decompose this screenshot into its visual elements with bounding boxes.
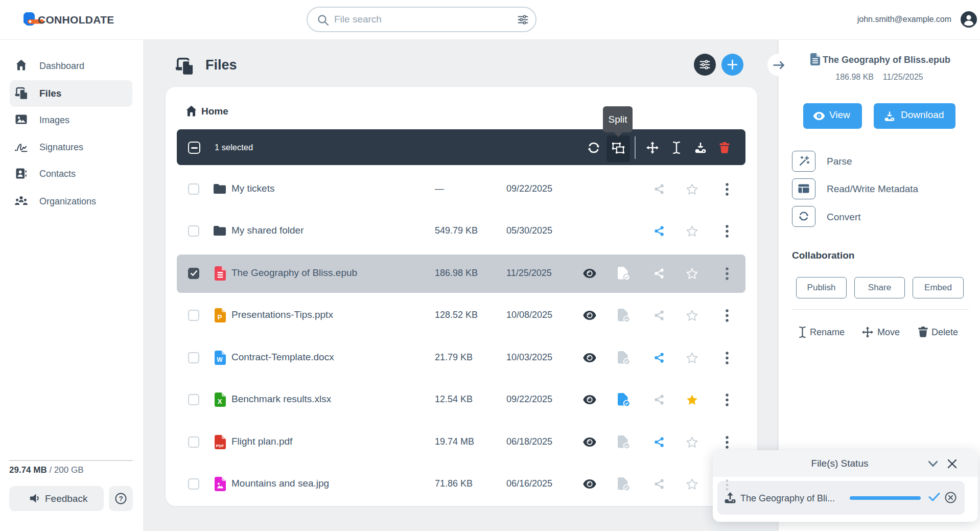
svg-text:W: W: [217, 356, 223, 363]
svg-text:?: ?: [119, 495, 123, 502]
svg-text:X: X: [218, 398, 222, 405]
svg-text:P: P: [218, 313, 222, 321]
svg-text:PDF: PDF: [216, 444, 224, 448]
